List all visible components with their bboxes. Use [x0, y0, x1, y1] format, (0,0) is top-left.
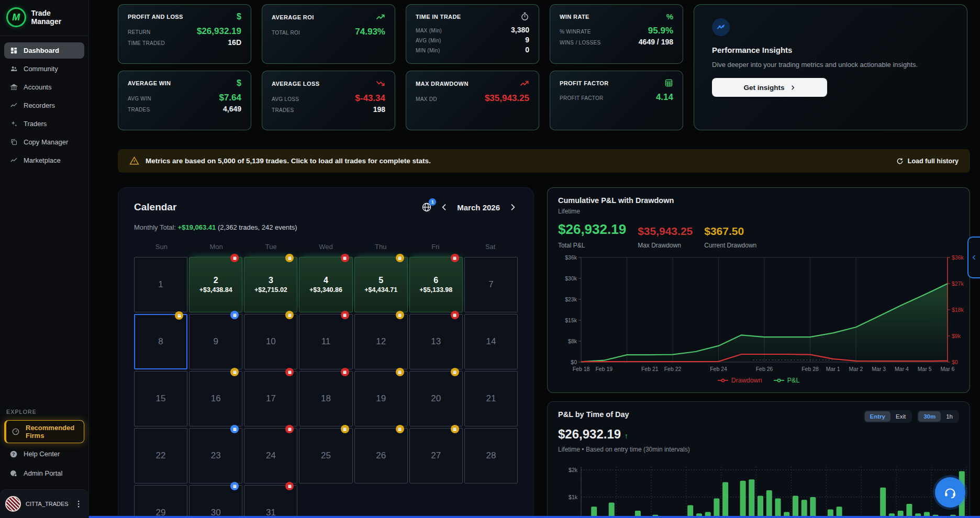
calendar-day-30[interactable]: 30 [189, 485, 242, 518]
calendar-day-25[interactable]: 25 [299, 428, 352, 483]
calendar-day-7[interactable]: 7 [464, 257, 518, 312]
svg-text:$0: $0 [571, 359, 577, 365]
stat-row: AVG LOSS$-43.34 [272, 93, 385, 104]
stat-card-header: AVERAGE LOSS [272, 78, 385, 88]
day-number: 11 [321, 336, 331, 347]
calendar-day-21[interactable]: 21 [464, 371, 518, 426]
calendar-event-badge-yellow [396, 368, 404, 376]
support-chat-button[interactable] [935, 477, 965, 508]
calendar-day-26[interactable]: 26 [354, 428, 408, 483]
svg-text:$15k: $15k [565, 317, 577, 323]
toggle-entry[interactable]: Entry [865, 411, 890, 422]
calendar-day-8[interactable]: 8 [134, 314, 187, 369]
calendar-day-31[interactable]: 31 [244, 485, 297, 518]
calendar-day-6[interactable]: 6+$5,133.98 [409, 257, 463, 312]
calendar-day-24[interactable]: 24 [244, 428, 297, 483]
day-number: 23 [211, 451, 221, 461]
calendar-day-28[interactable]: 28 [464, 428, 518, 483]
cumulative-stat-label: Max Drawdown [638, 242, 693, 249]
stat-card-rows: % WINRATE95.9%WINS / LOSSES4649 / 198 [560, 26, 673, 46]
svg-text:Feb 26: Feb 26 [756, 366, 773, 372]
username: CITTA_TRADES [26, 501, 69, 507]
day-number: 19 [376, 393, 386, 404]
prev-month-button[interactable] [439, 202, 450, 212]
weekday-header: Thu [353, 243, 408, 251]
calendar-day-11[interactable]: 11 [299, 314, 352, 369]
calendar-day-27[interactable]: 27 [409, 428, 463, 483]
day-pnl-value: +$3,438.84 [199, 286, 232, 294]
sidebar-item-recommended-firms[interactable]: Recommended Firms [4, 420, 84, 443]
calendar-day-5[interactable]: 5+$4,434.71 [354, 257, 408, 312]
sidebar-item-dashboard[interactable]: Dashboard [4, 42, 84, 59]
calendar-day-4[interactable]: 4+$3,340.86 [299, 257, 352, 312]
calendar-day-13[interactable]: 13 [409, 314, 463, 369]
sidebar-item-traders[interactable]: Traders [4, 116, 84, 132]
stat-label: TRADES [272, 107, 294, 113]
calendar-day-9[interactable]: 9 [189, 314, 242, 369]
stat-label: TIME TRADED [128, 40, 165, 46]
calendar-event-badge-red [230, 254, 239, 262]
collapse-panel-tab[interactable] [967, 237, 980, 278]
calendar-day-17[interactable]: 17 [244, 371, 297, 426]
toggle-30m[interactable]: 30m [918, 411, 941, 422]
bank-icon [9, 83, 18, 92]
calendar-day-12[interactable]: 12 [354, 314, 408, 369]
banner-message: Metrics are based on 5,000 of 5,139 trad… [146, 157, 431, 165]
divider [0, 36, 88, 36]
sidebar-item-recorders[interactable]: Recorders [4, 97, 84, 114]
calendar-day-23[interactable]: 23 [189, 428, 242, 483]
trend-down-icon [375, 78, 385, 88]
day-number: 20 [431, 393, 441, 404]
sidebar-item-copy-manager[interactable]: Copy Manager [4, 134, 84, 150]
toggle-exit[interactable]: Exit [890, 411, 911, 422]
day-number: 15 [156, 393, 166, 404]
calendar-day-22[interactable]: 22 [134, 428, 187, 483]
stat-card-rows: PROFIT FACTOR4.14 [560, 92, 673, 103]
more-options-icon[interactable]: ⋮ [73, 499, 84, 509]
next-month-button[interactable] [507, 202, 518, 212]
trend-line-icon [9, 102, 18, 110]
calendar-day-2[interactable]: 2+$3,438.84 [189, 257, 242, 312]
calendar-day-3[interactable]: 3+$2,715.02 [244, 257, 297, 312]
sidebar-item-marketplace[interactable]: Marketplace [4, 152, 84, 168]
calendar-day-14[interactable]: 14 [464, 314, 518, 369]
calendar-day-10[interactable]: 10 [244, 314, 297, 369]
weekday-header: Sun [134, 243, 189, 251]
legend-item-pl[interactable]: P&L [774, 377, 800, 384]
stat-card-rows: MAX (Min)3,380AVG (Min)9MIN (Min)0 [416, 26, 529, 54]
stat-row: % WINRATE95.9% [560, 26, 673, 36]
legend-item-drawdown[interactable]: Drawdown [718, 377, 762, 384]
sidebar-item-label: Help Center [24, 450, 60, 458]
svg-text:$18k: $18k [952, 307, 964, 313]
calendar-day-15[interactable]: 15 [134, 371, 187, 426]
stat-card-average-roi: AVERAGE ROITOTAL ROI74.93% [262, 4, 395, 64]
calendar-day-19[interactable]: 19 [354, 371, 408, 426]
calendar-event-badge-red [451, 311, 459, 319]
calendar-day-18[interactable]: 18 [299, 371, 352, 426]
trend-line-icon [9, 156, 18, 165]
sidebar-item-help-center[interactable]: ?Help Center [4, 445, 84, 463]
chevron-right-icon [790, 85, 796, 91]
calendar-event-badge-red [285, 482, 294, 490]
get-insights-button[interactable]: Get insights [712, 78, 827, 97]
main-content: PROFIT AND LOSS$RETURN$26,932.19TIME TRA… [89, 0, 980, 518]
calendar-day-1[interactable]: 1 [134, 257, 187, 312]
app-logo-icon: M [6, 7, 26, 27]
stat-card-title: WIN RATE [560, 14, 589, 20]
user-card[interactable]: CITTA_TRADES ⋮ [0, 489, 88, 518]
calendar-day-16[interactable]: 16 [189, 371, 242, 426]
sidebar-item-admin-portal[interactable]: Admin Portal [4, 465, 84, 482]
calendar-events-button[interactable]: 1 [421, 202, 432, 212]
calendar-day-29[interactable]: 29 [134, 485, 187, 518]
sidebar-item-community[interactable]: Community [4, 61, 84, 77]
toggle-1h[interactable]: 1h [941, 411, 958, 422]
calendar-day-20[interactable]: 20 [409, 371, 463, 426]
stat-row: TRADES4,649 [128, 105, 241, 113]
stat-row: MAX (Min)3,380 [416, 26, 529, 34]
load-full-history-button[interactable]: Load full history [896, 157, 959, 165]
gauge-icon [12, 427, 20, 436]
day-number: 9 [213, 336, 218, 347]
sidebar-item-accounts[interactable]: Accounts [4, 79, 84, 95]
load-trades-banner[interactable]: Metrics are based on 5,000 of 5,139 trad… [118, 149, 970, 173]
calendar-event-badge-yellow [396, 311, 404, 319]
